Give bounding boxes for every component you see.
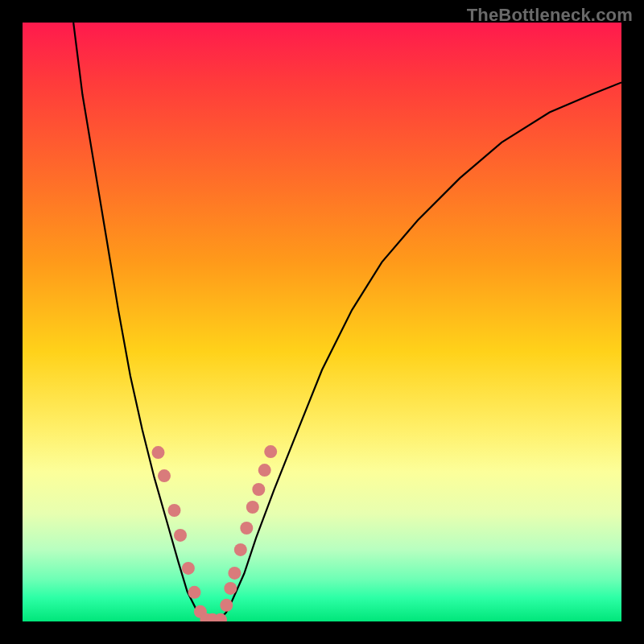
data-dot <box>174 529 187 542</box>
data-dot <box>258 464 271 477</box>
curve-svg <box>23 23 621 621</box>
data-dot <box>158 469 171 482</box>
bottleneck-curve-path <box>73 23 621 621</box>
data-dot <box>188 586 201 599</box>
data-dot <box>220 599 233 612</box>
data-dot <box>228 567 241 580</box>
data-dot <box>182 562 195 575</box>
data-dot <box>168 504 181 517</box>
data-dot <box>224 582 237 595</box>
data-dot <box>246 501 259 514</box>
plot-area <box>23 23 621 621</box>
chart-container: TheBottleneck.com <box>0 0 644 644</box>
data-dot <box>252 483 265 496</box>
watermark-text: TheBottleneck.com <box>467 5 633 26</box>
data-dot <box>264 445 277 458</box>
data-dot <box>152 446 165 459</box>
data-dot <box>234 543 247 556</box>
data-dot <box>240 522 253 535</box>
